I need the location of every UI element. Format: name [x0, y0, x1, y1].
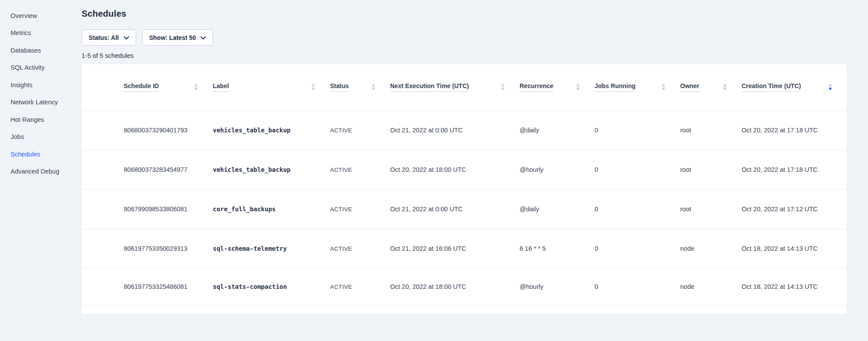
- sort-icon: [576, 84, 580, 90]
- table-row: 806800373283454977 vehicles_table_backup…: [82, 150, 847, 189]
- label-cell: sql-stats-compaction: [213, 268, 330, 305]
- table-row: 806197753350029313 sql-schema-telemetry …: [82, 229, 847, 268]
- creation-time-cell: Oct 20, 2022 at 17:18 UTC: [742, 150, 847, 189]
- sidebar-item-insights[interactable]: Insights: [11, 76, 82, 94]
- creation-time-cell: Oct 20, 2022 at 17:12 UTC: [742, 189, 847, 229]
- jobs-running-cell: 0: [595, 150, 680, 189]
- label-cell: vehicles_table_backup: [213, 150, 330, 189]
- table-row: 806799098533806081 core_full_backups ACT…: [82, 189, 847, 229]
- schedules-table: Schedule ID Label Status Next Execution …: [82, 64, 847, 305]
- creation-time-cell: Oct 20, 2022 at 17:18 UTC: [742, 110, 847, 150]
- filter-bar: Status: All Show: Latest 50: [82, 29, 213, 46]
- jobs-running-cell: 0: [595, 189, 680, 229]
- chevron-down-icon: [124, 36, 129, 40]
- owner-cell: node: [680, 229, 742, 268]
- owner-cell: root: [680, 110, 742, 150]
- status-filter-label: Status: All: [89, 34, 119, 41]
- sort-desc-icon: [829, 84, 832, 90]
- schedule-id-cell: 806197753325486081: [82, 268, 213, 305]
- sidebar-item-schedules[interactable]: Schedules: [11, 146, 82, 163]
- recurrence-cell: @hourly: [520, 268, 595, 305]
- column-header-owner[interactable]: Owner: [680, 64, 742, 110]
- show-filter-label: Show: Latest 50: [149, 34, 196, 41]
- column-header-status[interactable]: Status: [330, 64, 390, 110]
- recurrence-cell: 6 16 * * 5: [520, 229, 595, 268]
- schedules-table-card: Schedule ID Label Status Next Execution …: [82, 64, 847, 314]
- next-execution-cell: Oct 21, 2022 at 0:00 UTC: [390, 110, 520, 150]
- status-cell: ACTIVE: [330, 150, 390, 189]
- schedule-id-cell: 806197753350029313: [82, 229, 213, 268]
- creation-time-cell: Oct 18, 2022 at 14:13 UTC: [742, 229, 847, 268]
- sidebar: Overview Metrics Databases SQL Activity …: [0, 0, 82, 341]
- sidebar-item-metrics[interactable]: Metrics: [11, 25, 82, 42]
- schedule-id-cell: 806800373290401793: [82, 110, 213, 150]
- column-header-next-execution-time[interactable]: Next Execution Time (UTC): [390, 64, 520, 110]
- status-cell: ACTIVE: [330, 268, 390, 305]
- sort-icon: [501, 84, 505, 90]
- sidebar-item-sql-activity[interactable]: SQL Activity: [11, 59, 82, 77]
- recurrence-cell: @daily: [520, 189, 595, 229]
- chevron-down-icon: [201, 36, 206, 40]
- owner-cell: root: [680, 189, 742, 229]
- status-filter-dropdown[interactable]: Status: All: [82, 29, 136, 46]
- sort-icon: [662, 84, 665, 90]
- show-filter-dropdown[interactable]: Show: Latest 50: [142, 29, 213, 46]
- sidebar-item-databases[interactable]: Databases: [11, 42, 82, 59]
- results-count: 1-5 of 5 schedules: [82, 52, 134, 59]
- column-header-creation-time[interactable]: Creation Time (UTC): [742, 64, 847, 110]
- sidebar-item-advanced-debug[interactable]: Advanced Debug: [11, 163, 82, 181]
- owner-cell: root: [680, 150, 742, 189]
- recurrence-cell: @daily: [520, 110, 595, 150]
- status-cell: ACTIVE: [330, 110, 390, 150]
- next-execution-cell: Oct 20, 2022 at 18:00 UTC: [390, 150, 520, 189]
- column-header-label[interactable]: Label: [213, 64, 330, 110]
- page-title: Schedules: [82, 9, 126, 19]
- creation-time-cell: Oct 18, 2022 at 14:13 UTC: [742, 268, 847, 305]
- sort-icon: [312, 84, 315, 90]
- sidebar-item-overview[interactable]: Overview: [11, 7, 82, 25]
- next-execution-cell: Oct 20, 2022 at 18:00 UTC: [390, 268, 520, 305]
- owner-cell: node: [680, 268, 742, 305]
- schedule-id-cell: 806799098533806081: [82, 189, 213, 229]
- next-execution-cell: Oct 21, 2022 at 16:06 UTC: [390, 229, 520, 268]
- label-cell: core_full_backups: [213, 189, 330, 229]
- status-cell: ACTIVE: [330, 189, 390, 229]
- column-header-jobs-running[interactable]: Jobs Running: [595, 64, 680, 110]
- sort-icon: [723, 84, 727, 90]
- sidebar-item-hot-ranges[interactable]: Hot Ranges: [11, 111, 82, 128]
- next-execution-cell: Oct 21, 2022 at 0:00 UTC: [390, 189, 520, 229]
- label-cell: sql-schema-telemetry: [213, 229, 330, 268]
- sidebar-item-network-latency[interactable]: Network Latency: [11, 94, 82, 111]
- column-header-schedule-id[interactable]: Schedule ID: [82, 64, 213, 110]
- table-header-row: Schedule ID Label Status Next Execution …: [82, 64, 847, 110]
- jobs-running-cell: 0: [595, 229, 680, 268]
- jobs-running-cell: 0: [595, 268, 680, 305]
- table-row: 806800373290401793 vehicles_table_backup…: [82, 110, 847, 150]
- label-cell: vehicles_table_backup: [213, 110, 330, 150]
- sidebar-item-jobs[interactable]: Jobs: [11, 128, 82, 146]
- column-header-recurrence[interactable]: Recurrence: [520, 64, 595, 110]
- sort-icon: [372, 84, 375, 90]
- schedule-id-cell: 806800373283454977: [82, 150, 213, 189]
- jobs-running-cell: 0: [595, 110, 680, 150]
- status-cell: ACTIVE: [330, 229, 390, 268]
- table-row: 806197753325486081 sql-stats-compaction …: [82, 268, 847, 305]
- recurrence-cell: @hourly: [520, 150, 595, 189]
- sort-icon: [194, 84, 198, 90]
